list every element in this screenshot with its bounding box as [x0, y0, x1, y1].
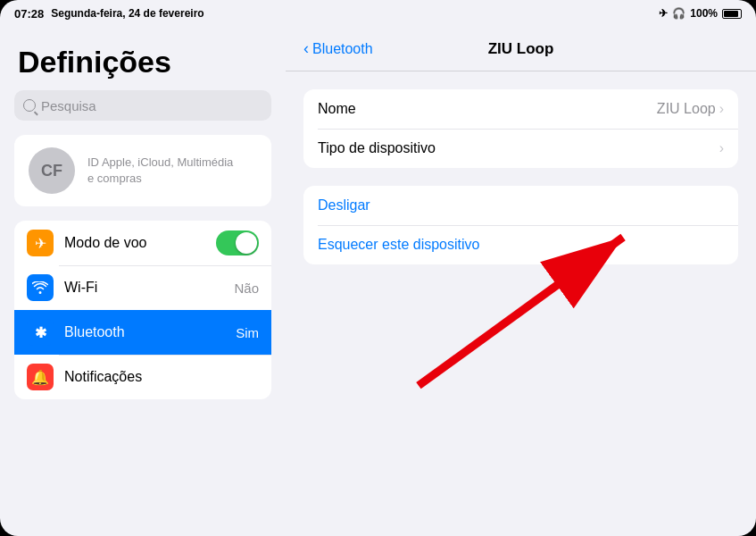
left-panel: Definições Pesquisa CF ID Apple, iCloud,… [0, 27, 286, 536]
name-label: Nome [318, 101, 657, 117]
avatar: CF [29, 147, 75, 194]
back-chevron-icon: ‹ [303, 39, 309, 58]
airplane-toggle[interactable] [216, 230, 259, 255]
device-type-label: Tipo de dispositivo [318, 140, 719, 156]
back-button[interactable]: ‹ Bluetooth [303, 39, 373, 58]
bluetooth-value: Sim [236, 325, 259, 340]
profile-description: ID Apple, iCloud, Multimédia e compras [87, 155, 233, 187]
detail-row-device-type[interactable]: Tipo de dispositivo › [303, 129, 738, 168]
notifications-label: Notificações [64, 369, 259, 385]
wifi-icon [27, 274, 54, 301]
detail-group-info: Nome ZIU Loop › Tipo de dispositivo › [303, 89, 738, 168]
settings-item-wifi[interactable]: Wi-Fi Não [14, 265, 271, 310]
headphone-icon: 🎧 [672, 7, 685, 20]
name-value: ZIU Loop › [657, 101, 724, 117]
status-time: 07:28 [14, 7, 44, 21]
settings-title: Definições [0, 27, 286, 90]
toggle-knob [236, 232, 257, 254]
detail-row-disconnect[interactable]: Desligar [303, 186, 738, 225]
settings-item-airplane[interactable]: ✈ Modo de voo [14, 221, 271, 265]
status-right: ✈ 🎧 100% [659, 7, 742, 20]
status-date: Segunda-feira, 24 de fevereiro [51, 7, 204, 20]
device-frame: 07:28 Segunda-feira, 24 de fevereiro ✈ 🎧… [0, 0, 756, 536]
search-bar[interactable]: Pesquisa [14, 90, 271, 121]
bluetooth-label: Bluetooth [64, 324, 225, 340]
wifi-value: Não [234, 281, 259, 296]
settings-item-bluetooth[interactable]: ✱ Bluetooth Sim [14, 310, 271, 355]
nav-bar: ‹ Bluetooth ZIU Loop [286, 27, 756, 71]
device-type-value: › [719, 140, 724, 156]
status-bar: 07:28 Segunda-feira, 24 de fevereiro ✈ 🎧… [0, 0, 756, 27]
airplane-mode-icon: ✈ [659, 7, 668, 20]
detail-row-name[interactable]: Nome ZIU Loop › [303, 89, 738, 129]
device-type-chevron-icon: › [719, 140, 724, 156]
status-left: 07:28 Segunda-feira, 24 de fevereiro [14, 7, 204, 21]
right-panel: ‹ Bluetooth ZIU Loop Nome ZIU Loop › [286, 27, 756, 536]
airplane-label: Modo de voo [64, 235, 205, 251]
name-chevron-icon: › [719, 101, 724, 117]
detail-row-forget[interactable]: Esquecer este dispositivo [303, 225, 738, 264]
notifications-icon: 🔔 [27, 364, 54, 390]
nav-title: ZIU Loop [488, 40, 554, 58]
battery-percent: 100% [690, 7, 718, 20]
bluetooth-icon: ✱ [27, 319, 54, 346]
disconnect-label: Desligar [318, 197, 370, 214]
battery-icon [722, 9, 742, 19]
search-icon [23, 99, 36, 112]
main-area: Definições Pesquisa CF ID Apple, iCloud,… [0, 27, 756, 536]
settings-item-notifications[interactable]: 🔔 Notificações [14, 355, 271, 399]
search-placeholder: Pesquisa [41, 98, 96, 113]
detail-group-actions: Desligar Esquecer este dispositivo [303, 186, 738, 264]
settings-group-connectivity: ✈ Modo de voo [14, 221, 271, 399]
forget-label: Esquecer este dispositivo [318, 237, 479, 253]
profile-card[interactable]: CF ID Apple, iCloud, Multimédia e compra… [14, 135, 271, 206]
wifi-label: Wi-Fi [64, 280, 223, 296]
airplane-icon: ✈ [27, 230, 54, 256]
detail-content: Nome ZIU Loop › Tipo de dispositivo › [286, 71, 756, 536]
back-label: Bluetooth [312, 41, 373, 57]
